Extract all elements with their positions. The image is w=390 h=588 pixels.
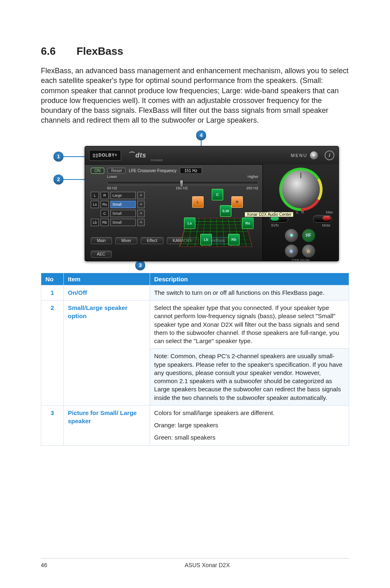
chevron-down-icon[interactable]: ▾	[137, 192, 145, 199]
dial-max: Max	[326, 210, 333, 214]
speaker-C: C	[101, 210, 109, 217]
tab-aec[interactable]: AEC	[91, 251, 112, 258]
slider-tick-250: 250 HZ	[246, 186, 258, 190]
page-footer: 46 ASUS Xonar D2X	[41, 558, 349, 568]
table-row: 1 On/Off The switch to turn on or off al…	[41, 285, 349, 300]
page-number: 46	[41, 562, 65, 568]
tab-mixer[interactable]: Mixer	[115, 237, 137, 244]
speaker-lr-size[interactable]: Large	[110, 192, 136, 199]
desc-line: Green: small speakers	[154, 433, 345, 442]
lfe-row: ON Reset LFE Crossover Frequency 151 Hz	[91, 168, 258, 174]
dsp-icons: ✱ HF ◉ ◎	[267, 229, 334, 258]
mute-switch[interactable]	[313, 215, 332, 222]
screenshot-area: 4 1 2 3 ▯▯ DOLBY® ⌒dts Connect	[48, 134, 342, 269]
tab-main[interactable]: Main	[91, 237, 112, 244]
dsp-icon-4[interactable]: ◎	[302, 245, 315, 258]
desc-line: Colors for small/large speakers are diff…	[154, 409, 345, 417]
dsp-icon-hf[interactable]: HF	[302, 229, 315, 242]
speaker-Rs: Rs	[101, 201, 109, 208]
app-window: ▯▯ DOLBY® ⌒dts Connect MENU ▾ i ON Reset…	[85, 146, 339, 261]
tooltip: Xonar D2X Audio Center	[244, 212, 294, 217]
speaker-L: L	[91, 192, 99, 199]
dsp-mode-label: DSP Mode	[267, 258, 334, 261]
lfe-crossover-label: LFE Crossover Frequency	[129, 168, 177, 173]
chevron-down-icon[interactable]: ▾	[137, 219, 145, 226]
table-row: 2 Small/Large speaker option Select the …	[41, 301, 349, 349]
slider-lower-label: Lower	[107, 175, 117, 179]
stage-speaker-C: C	[212, 189, 223, 200]
info-icon[interactable]: i	[325, 150, 334, 160]
th-description: Description	[150, 273, 349, 285]
dolby-text: DOLBY	[99, 153, 115, 157]
cell-item: On/Off	[64, 285, 150, 300]
cell-desc: The switch to turn on or off all functio…	[150, 285, 349, 300]
product-name: ASUS Xonar D2X	[65, 562, 349, 568]
stage-speaker-L: L	[192, 196, 204, 208]
dts-subtext: Connect	[150, 158, 163, 164]
dts-text: dts	[135, 152, 146, 159]
speaker-c-size[interactable]: Small	[110, 210, 136, 217]
description-table: No Item Description 1 On/Off The switch …	[41, 273, 349, 446]
slider-higher-label: Higher	[247, 175, 258, 179]
speaker-Ls: Ls	[91, 201, 99, 208]
cell-item: Picture for Small/ Large speaker	[64, 405, 150, 445]
section-number: 6.6	[41, 45, 74, 58]
dolby-logo: ▯▯ DOLBY®	[89, 150, 121, 161]
slider-thumb[interactable]	[180, 180, 183, 187]
dsp-icon-1[interactable]: ✱	[285, 229, 298, 242]
speaker-R: R	[101, 192, 109, 199]
stage-speaker-R: R	[231, 196, 243, 208]
dsp-icon-3[interactable]: ◉	[285, 245, 298, 258]
menu-button[interactable]: MENU ▾	[291, 151, 318, 159]
mute-label: Mute	[322, 223, 330, 227]
speaker-Rb: Rb	[101, 219, 109, 226]
cell-desc: Colors for small/large speakers are diff…	[150, 405, 349, 445]
dts-logo: ⌒dts	[124, 150, 150, 160]
section-heading: 6.6 FlexBass	[41, 45, 349, 58]
cell-item: Small/Large speaker option	[64, 301, 150, 406]
speaker-lsrs-size[interactable]: Small	[110, 201, 136, 208]
app-topbar: ▯▯ DOLBY® ⌒dts Connect MENU ▾ i	[85, 146, 338, 165]
th-item: Item	[64, 273, 150, 285]
table-row: 3 Picture for Small/ Large speaker Color…	[41, 405, 349, 445]
cell-no: 3	[41, 405, 64, 445]
chevron-down-icon[interactable]: ▾	[137, 210, 145, 217]
page: 6.6 FlexBass FlexBass, an advanced bass …	[0, 0, 390, 588]
chevron-down-icon[interactable]: ▾	[310, 151, 318, 159]
callout-4: 4	[196, 130, 206, 140]
slider-tick-50: 50 HZ	[107, 186, 117, 190]
callout-1: 1	[54, 152, 63, 162]
stage-speaker-Rb: Rb	[228, 234, 240, 245]
speaker-row-c: C Small ▾	[91, 210, 258, 217]
hf-text: HF	[306, 233, 311, 238]
cell-note: Note: Common, cheap PC's 2-channel speak…	[150, 349, 349, 406]
stage-speaker-Lb: Lb	[200, 234, 212, 245]
svn-label: SVN	[271, 223, 279, 227]
th-no: No	[41, 273, 64, 285]
menu-label: MENU	[291, 153, 307, 158]
stage-speaker-Rs: Rs	[242, 218, 253, 229]
section-title: FlexBass	[76, 45, 123, 57]
lfe-crossover-value: 151 Hz	[180, 168, 202, 174]
desc-line: Orange: large speakers	[154, 421, 345, 429]
on-off-toggle[interactable]: ON	[91, 168, 104, 174]
volume-dial[interactable]	[281, 169, 321, 209]
lfe-slider[interactable]	[107, 181, 258, 185]
cell-desc: Select the speaker type that you connect…	[150, 301, 349, 349]
app-body: ON Reset LFE Crossover Frequency 151 Hz …	[85, 164, 338, 261]
chevron-down-icon[interactable]: ▾	[137, 201, 145, 208]
callout-3: 3	[135, 260, 145, 270]
cell-no: 2	[41, 301, 64, 406]
reset-button[interactable]: Reset	[108, 168, 126, 174]
intro-paragraph: FlexBass, an advanced bass management an…	[41, 66, 349, 126]
stage-speaker-SW: S.W	[220, 205, 231, 217]
speaker-Lb: Lb	[91, 219, 99, 226]
cell-no: 1	[41, 285, 64, 300]
tab-effect[interactable]: Effect	[141, 237, 163, 244]
callout-2: 2	[54, 175, 63, 184]
speaker-lbrb-size[interactable]: Small	[110, 219, 136, 226]
stage-speaker-Ls: Ls	[184, 218, 195, 229]
